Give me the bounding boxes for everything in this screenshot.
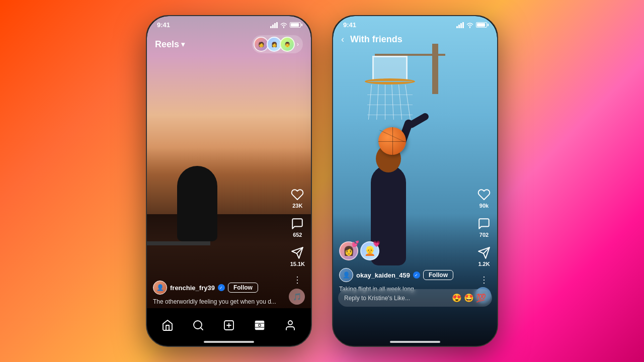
status-icons bbox=[270, 22, 301, 28]
with-friends-title: With friends bbox=[350, 34, 403, 45]
signal-icon bbox=[270, 22, 278, 28]
svg-rect-16 bbox=[456, 26, 458, 28]
username[interactable]: frenchie_fry39 bbox=[170, 284, 215, 292]
bottom-navigation bbox=[147, 308, 311, 346]
phone-reels: 9:41 Reels bbox=[146, 15, 312, 347]
caption-text: The otherworldly feeling you get when yo… bbox=[153, 298, 276, 305]
right-actions-bar-2: 90k 702 1.2K ·· bbox=[477, 188, 491, 286]
share-icon[interactable] bbox=[290, 246, 304, 260]
status-icons-2 bbox=[456, 22, 487, 28]
reply-emojis: 😍 🤩 💯 bbox=[452, 293, 486, 303]
svg-point-15 bbox=[288, 321, 292, 325]
reels-label[interactable]: Reels bbox=[155, 39, 179, 50]
status-bar-2: 9:41 bbox=[333, 16, 497, 31]
reels-chevron: ▾ bbox=[181, 40, 185, 48]
reels-top-bar: Reels ▾ 🧑 👩 👨 › bbox=[147, 31, 311, 57]
bottom-user-info: 👤 frenchie_fry39 ✓ Follow The otherworld… bbox=[153, 281, 281, 306]
home-indicator bbox=[204, 341, 254, 343]
stories-chevron: › bbox=[297, 41, 299, 48]
nav-search[interactable] bbox=[188, 317, 208, 333]
reaction-heart-1: 💕 bbox=[352, 240, 359, 247]
like-count: 23K bbox=[292, 203, 302, 209]
more-dots-icon[interactable]: ··· bbox=[292, 276, 303, 285]
emoji-3[interactable]: 💯 bbox=[476, 293, 486, 303]
share-count: 15.1K bbox=[290, 261, 305, 267]
more-dots-icon-2[interactable]: ··· bbox=[478, 276, 489, 285]
silhouette-base bbox=[147, 241, 210, 245]
share-icon-2[interactable] bbox=[477, 246, 491, 260]
status-bar: 9:41 bbox=[147, 16, 311, 31]
follow-button[interactable]: Follow bbox=[228, 283, 258, 293]
like-action-2[interactable]: 90k bbox=[477, 188, 491, 209]
follow-button-2[interactable]: Follow bbox=[423, 270, 453, 280]
svg-rect-1 bbox=[272, 25, 274, 28]
verified-badge: ✓ bbox=[218, 284, 225, 291]
comment-action-2[interactable]: 702 bbox=[477, 217, 491, 238]
home-indicator-2 bbox=[390, 341, 440, 343]
back-button[interactable]: ‹ bbox=[341, 34, 344, 45]
heart-icon-2[interactable] bbox=[477, 188, 491, 202]
reply-placeholder[interactable]: Reply to Kristine's Like... bbox=[344, 295, 410, 302]
svg-rect-19 bbox=[462, 22, 464, 28]
comment-icon-2[interactable] bbox=[477, 217, 491, 231]
verified-badge-2: ✓ bbox=[413, 272, 420, 279]
nav-home[interactable] bbox=[157, 317, 178, 333]
music-info[interactable]: 🎵 bbox=[289, 289, 305, 305]
battery-icon-2 bbox=[476, 22, 487, 28]
svg-point-12 bbox=[259, 324, 261, 326]
battery-icon bbox=[290, 22, 301, 28]
like-action[interactable]: 23K bbox=[290, 188, 304, 209]
comment-count-2: 702 bbox=[479, 232, 489, 238]
hoop-backboard bbox=[372, 56, 408, 81]
emoji-1[interactable]: 😍 bbox=[452, 293, 462, 303]
user-row-2: 👤 okay_kaiden_459 ✓ Follow bbox=[339, 268, 467, 282]
svg-rect-18 bbox=[460, 23, 462, 28]
basketball-hoop-container bbox=[365, 44, 465, 120]
emoji-2[interactable]: 🤩 bbox=[464, 293, 474, 303]
with-friends-header: ‹ With friends bbox=[333, 30, 497, 49]
stories-group[interactable]: 🧑 👩 👨 › bbox=[252, 35, 303, 53]
reaction-avatar-1: 👩 💕 bbox=[339, 241, 358, 260]
username-2[interactable]: okay_kaiden_459 bbox=[356, 272, 410, 279]
figure-silhouette bbox=[177, 166, 217, 241]
hoop-ring bbox=[365, 78, 415, 84]
right-actions-bar: 23K 652 15.1K · bbox=[290, 188, 305, 286]
svg-rect-3 bbox=[276, 22, 278, 28]
svg-rect-2 bbox=[274, 23, 276, 28]
comment-icon[interactable] bbox=[290, 217, 304, 231]
nav-add[interactable] bbox=[219, 317, 239, 333]
user-row: 👤 frenchie_fry39 ✓ Follow bbox=[153, 281, 281, 295]
status-time-2: 9:41 bbox=[343, 21, 356, 29]
share-action-2[interactable]: 1.2K bbox=[477, 246, 491, 267]
like-count-2: 90k bbox=[479, 203, 489, 209]
nav-profile[interactable] bbox=[280, 317, 300, 333]
user-avatar-2[interactable]: 👤 bbox=[339, 268, 353, 282]
reaction-avatars: 👩 💕 👱 💗 bbox=[339, 241, 379, 260]
hoop-net bbox=[367, 84, 413, 120]
share-action[interactable]: 15.1K bbox=[290, 246, 305, 267]
wifi-icon-2 bbox=[466, 22, 474, 28]
reply-bar[interactable]: Reply to Kristine's Like... 😍 🤩 💯 bbox=[338, 289, 492, 307]
reels-title: Reels ▾ bbox=[155, 39, 185, 50]
nav-reels[interactable] bbox=[250, 317, 270, 333]
music-icon: 🎵 bbox=[289, 289, 305, 305]
user-avatar[interactable]: 👤 bbox=[153, 281, 167, 295]
reaction-avatar-2: 👱 💗 bbox=[360, 241, 379, 260]
comment-action[interactable]: 652 bbox=[290, 217, 304, 238]
hoop-pole bbox=[432, 44, 438, 94]
heart-icon[interactable] bbox=[290, 188, 304, 202]
more-action-2[interactable]: ··· bbox=[479, 275, 489, 286]
basketball bbox=[378, 127, 406, 155]
reaction-heart-2: 💗 bbox=[373, 240, 380, 247]
status-time: 9:41 bbox=[157, 21, 170, 29]
share-count-2: 1.2K bbox=[478, 261, 490, 267]
wifi-icon bbox=[280, 22, 288, 28]
phone-with-friends: 9:41 ‹ With frie bbox=[332, 15, 498, 347]
more-action[interactable]: ··· bbox=[293, 275, 302, 286]
signal-icon-2 bbox=[456, 22, 464, 28]
svg-rect-0 bbox=[270, 26, 272, 28]
comment-count: 652 bbox=[293, 232, 302, 238]
story-avatar-3[interactable]: 👨 bbox=[280, 37, 295, 52]
svg-rect-17 bbox=[458, 25, 460, 28]
svg-line-7 bbox=[200, 327, 202, 329]
